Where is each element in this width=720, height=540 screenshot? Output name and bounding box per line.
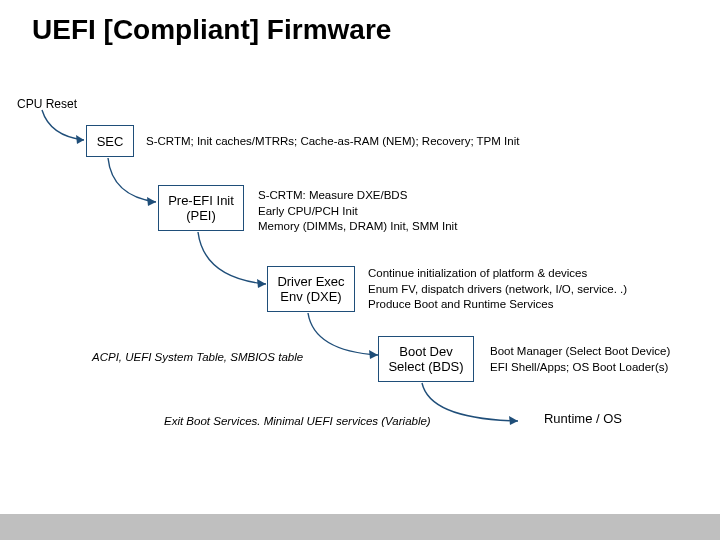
stage-bds-box: Boot Dev Select (BDS) <box>378 336 474 382</box>
stage-dxe-name: Driver Exec Env (DXE) <box>277 274 344 304</box>
svg-marker-0 <box>76 135 84 144</box>
page-title: UEFI [Compliant] Firmware <box>32 14 391 46</box>
stage-rt-name: Runtime / OS <box>544 411 622 426</box>
footer-bar <box>0 514 720 540</box>
stage-dxe-box: Driver Exec Env (DXE) <box>267 266 355 312</box>
svg-marker-2 <box>257 279 266 288</box>
stage-bds-desc: Boot Manager (Select Boot Device) EFI Sh… <box>490 344 716 375</box>
stage-dxe-desc: Continue initialization of platform & de… <box>368 266 708 313</box>
stage-bds-leftnote: ACPI, UEFI System Table, SMBIOS table <box>92 350 347 366</box>
stage-sec-name: SEC <box>97 134 124 149</box>
stage-bds-name: Boot Dev Select (BDS) <box>388 344 463 374</box>
stage-pei-name: Pre-EFI Init (PEI) <box>168 193 234 223</box>
stage-sec-box: SEC <box>86 125 134 157</box>
stage-sec-desc: S-CRTM; Init caches/MTRRs; Cache-as-RAM … <box>146 134 586 150</box>
stage-pei-desc: S-CRTM: Measure DXE/BDS Early CPU/PCH In… <box>258 188 578 235</box>
arrow-cpu-to-sec <box>40 108 90 148</box>
arrow-pei-to-dxe <box>196 230 276 295</box>
svg-marker-1 <box>147 197 156 206</box>
stage-rt-leftnote: Exit Boot Services. Minimal UEFI service… <box>164 414 494 430</box>
svg-marker-3 <box>369 350 378 359</box>
arrow-sec-to-pei <box>106 156 166 211</box>
svg-marker-4 <box>509 416 518 425</box>
stage-rt-box: Runtime / OS <box>528 402 638 434</box>
slide: UEFI [Compliant] Firmware CPU Reset SEC … <box>0 0 720 540</box>
stage-pei-box: Pre-EFI Init (PEI) <box>158 185 244 231</box>
